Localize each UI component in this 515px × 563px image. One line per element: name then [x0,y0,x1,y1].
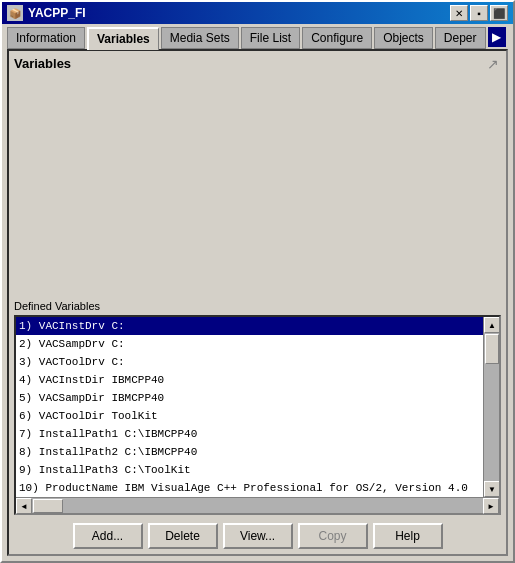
scroll-left-button[interactable]: ◄ [16,498,32,514]
tab-objects[interactable]: Objects [374,27,433,49]
list-item[interactable]: 6) VACToolDir ToolKit [16,407,483,425]
close-button[interactable]: ✕ [450,5,468,21]
tab-variables[interactable]: Variables [87,27,159,50]
variables-list[interactable]: 1) VACInstDrv C:2) VACSampDrv C:3) VACTo… [16,317,483,497]
scroll-track-h [32,498,483,513]
scroll-right-button[interactable]: ► [483,498,499,514]
title-buttons: ✕ ▪ ⬛ [450,5,508,21]
main-window: 📦 YACPP_FI ✕ ▪ ⬛ Information Variables M… [0,0,515,563]
defined-variables-label: Defined Variables [14,300,501,312]
tab-media-sets[interactable]: Media Sets [161,27,239,49]
list-item[interactable]: 8) InstallPath2 C:\IBMCPP40 [16,443,483,461]
scroll-thumb-h[interactable] [33,499,63,513]
add-button[interactable]: Add... [73,523,143,549]
list-item[interactable]: 5) VACSampDir IBMCPP40 [16,389,483,407]
vertical-scrollbar[interactable]: ▲ ▼ [483,317,499,497]
resize-icon[interactable]: ↗ [485,56,501,72]
scroll-thumb-v[interactable] [485,334,499,364]
tab-file-list[interactable]: File List [241,27,300,49]
title-bar-left: 📦 YACPP_FI [7,5,86,21]
horizontal-scrollbar[interactable]: ◄ ► [16,497,499,513]
section-title: Variables [14,56,71,71]
empty-area [14,77,501,300]
title-bar: 📦 YACPP_FI ✕ ▪ ⬛ [2,2,513,24]
help-button[interactable]: Help [373,523,443,549]
list-item[interactable]: 10) ProductName IBM VisualAge C++ Profes… [16,479,483,497]
list-scroll-wrapper: 1) VACInstDrv C:2) VACSampDrv C:3) VACTo… [16,317,499,497]
view-button[interactable]: View... [223,523,293,549]
minimize-button[interactable]: ▪ [470,5,488,21]
variables-list-container: 1) VACInstDrv C:2) VACSampDrv C:3) VACTo… [14,315,501,515]
list-item[interactable]: 2) VACSampDrv C: [16,335,483,353]
scroll-track-v [484,333,499,481]
scroll-up-button[interactable]: ▲ [484,317,499,333]
list-item[interactable]: 3) VACToolDrv C: [16,353,483,371]
list-item[interactable]: 4) VACInstDir IBMCPP40 [16,371,483,389]
copy-button[interactable]: Copy [298,523,368,549]
list-item[interactable]: 1) VACInstDrv C: [16,317,483,335]
list-item[interactable]: 9) InstallPath3 C:\ToolKit [16,461,483,479]
tab-information[interactable]: Information [7,27,85,49]
section-header: Variables ↗ [14,56,501,72]
tab-configure[interactable]: Configure [302,27,372,49]
tab-bar: Information Variables Media Sets File Li… [2,24,513,49]
window-title: YACPP_FI [28,6,86,20]
content-area: Variables ↗ Defined Variables 1) VACInst… [7,49,508,556]
tab-deper[interactable]: Deper [435,27,486,49]
list-item[interactable]: 7) InstallPath1 C:\IBMCPP40 [16,425,483,443]
app-icon: 📦 [7,5,23,21]
scroll-down-button[interactable]: ▼ [484,481,499,497]
delete-button[interactable]: Delete [148,523,218,549]
button-bar: Add... Delete View... Copy Help [14,523,501,549]
tab-more-button[interactable]: ▶ [488,27,506,47]
maximize-button[interactable]: ⬛ [490,5,508,21]
